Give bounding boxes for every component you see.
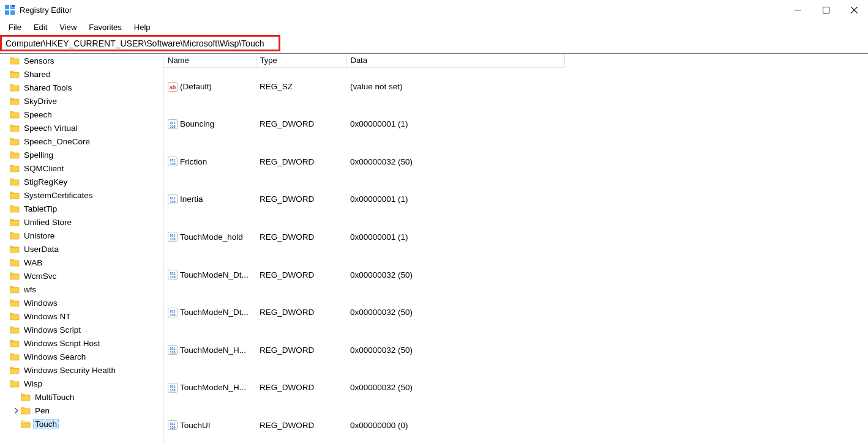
tree-item[interactable]: WcmSvc	[0, 269, 163, 283]
tree-item-label: Wisp	[22, 379, 44, 389]
cell-type: REG_DWORD	[256, 180, 346, 218]
tree-item[interactable]: SkyDrive	[0, 94, 163, 108]
close-icon	[851, 7, 858, 13]
tree-item[interactable]: Unistore	[0, 229, 163, 242]
tree-item-label: MultiTouch	[33, 392, 77, 402]
minimize-button[interactable]	[784, 0, 812, 20]
column-header-type[interactable]: Type	[256, 54, 346, 68]
value-name: (Default)	[180, 82, 212, 91]
tree-item[interactable]: Touch	[0, 417, 163, 431]
column-header-data[interactable]: Data	[346, 54, 564, 68]
binary-value-icon	[168, 308, 178, 317]
list-row[interactable]: TouchModeN_H...REG_DWORD0x00000032 (50)	[164, 369, 564, 407]
folder-icon	[10, 312, 20, 320]
folder-icon	[10, 231, 20, 240]
tree-item[interactable]: Unified Store	[0, 215, 163, 229]
tree-item[interactable]: Speech Virtual	[0, 121, 163, 135]
tree-item[interactable]: TabletTip	[0, 202, 163, 215]
tree-item[interactable]: Shared Tools	[0, 81, 163, 94]
menubar: File Edit View Favorites Help	[0, 20, 868, 34]
cell-type: REG_DWORD	[256, 369, 346, 407]
cell-name: TouchMode_hold	[164, 218, 256, 256]
menu-edit[interactable]: Edit	[28, 21, 53, 33]
folder-icon	[10, 70, 20, 78]
folder-icon	[10, 83, 20, 92]
list-row[interactable]: BouncingREG_DWORD0x00000001 (1)	[164, 105, 564, 143]
folder-icon	[10, 339, 20, 347]
tree-item[interactable]: UserData	[0, 242, 163, 256]
tree-item[interactable]: Windows Search	[0, 350, 163, 363]
chevron-right-icon[interactable]	[11, 408, 21, 413]
list-row[interactable]: InertiaREG_DWORD0x00000001 (1)	[164, 180, 564, 218]
tree-item[interactable]: Windows NT	[0, 309, 163, 323]
list-header: Name Type Data	[164, 54, 564, 68]
folder-icon	[21, 406, 31, 415]
window-title: Registry Editor	[20, 6, 72, 15]
maximize-button[interactable]	[812, 0, 840, 20]
tree-item-label: Windows Script Host	[22, 338, 102, 349]
tree-item-label: Sensors	[22, 56, 56, 66]
tree-item-label: Unified Store	[22, 217, 73, 228]
close-button[interactable]	[840, 0, 868, 20]
menu-view[interactable]: View	[53, 21, 83, 33]
menu-file[interactable]: File	[2, 21, 28, 33]
maximize-icon	[823, 7, 829, 13]
cell-name: Inertia	[164, 180, 256, 218]
list-row[interactable]: TouchModeN_H...REG_DWORD0x00000032 (50)	[164, 331, 564, 369]
tree-item[interactable]: Windows Script	[0, 323, 163, 336]
tree-item-label: Shared	[22, 69, 53, 80]
tree-item[interactable]: wfs	[0, 283, 163, 296]
tree-item-label: Windows Security Health	[22, 365, 118, 376]
tree-item[interactable]: Spelling	[0, 148, 163, 161]
cell-data: 0x00000000 (0)	[346, 406, 564, 444]
folder-icon	[10, 379, 20, 388]
binary-value-icon	[168, 345, 178, 355]
tree-item[interactable]: Sensors	[0, 54, 163, 67]
menu-favorites[interactable]: Favorites	[83, 21, 127, 33]
folder-icon	[10, 366, 20, 374]
value-name: Inertia	[180, 194, 203, 204]
menu-help[interactable]: Help	[128, 21, 157, 33]
list-row[interactable]: FrictionREG_DWORD0x00000032 (50)	[164, 143, 564, 181]
list-gap	[564, 54, 858, 67]
tree-item[interactable]: SystemCertificates	[0, 188, 163, 202]
list-pane[interactable]: Name Type Data (Default)REG_SZ(value not…	[164, 54, 868, 444]
tree-item[interactable]: Speech_OneCore	[0, 135, 163, 148]
tree-item[interactable]: MultiTouch	[0, 390, 163, 404]
address-input[interactable]	[2, 38, 279, 49]
tree-item[interactable]: Speech	[0, 108, 163, 121]
cell-name: (Default)	[164, 68, 256, 106]
tree-item-label: Windows NT	[22, 311, 73, 322]
list-row[interactable]: (Default)REG_SZ(value not set)	[164, 68, 564, 106]
tree-item[interactable]: Pen	[0, 404, 163, 417]
tree-item-label: Windows Search	[22, 352, 88, 362]
binary-value-icon	[168, 383, 178, 393]
list-row[interactable]: TouchUIREG_DWORD0x00000000 (0)	[164, 406, 564, 444]
tree-item-label: Touch	[33, 419, 59, 429]
tree-item[interactable]: Shared	[0, 67, 163, 81]
tree-item-label: StigRegKey	[22, 177, 69, 187]
folder-icon	[10, 272, 20, 280]
folder-icon	[10, 110, 20, 119]
list-row[interactable]: TouchModeN_Dt...REG_DWORD0x00000032 (50)	[164, 256, 564, 294]
tree-item[interactable]: WAB	[0, 256, 163, 269]
tree-pane[interactable]: SensorsSharedShared ToolsSkyDriveSpeechS…	[0, 54, 164, 444]
string-value-icon	[168, 82, 178, 92]
folder-icon	[10, 164, 20, 172]
tree-item[interactable]: Wisp	[0, 377, 163, 390]
tree-item[interactable]: SQMClient	[0, 161, 163, 175]
app-icon	[5, 5, 15, 15]
tree-item-label: TabletTip	[22, 204, 59, 214]
list-row[interactable]: TouchMode_holdREG_DWORD0x00000001 (1)	[164, 218, 564, 256]
tree-item-label: Spelling	[22, 150, 55, 160]
folder-icon	[10, 97, 20, 105]
address-bar-row	[0, 34, 868, 53]
tree-item[interactable]: Windows Script Host	[0, 336, 163, 350]
tree-item[interactable]: StigRegKey	[0, 175, 163, 188]
tree-item[interactable]: Windows Security Health	[0, 363, 163, 377]
cell-name: Friction	[164, 143, 256, 181]
tree-item[interactable]: Windows	[0, 296, 163, 309]
list-row[interactable]: TouchModeN_Dt...REG_DWORD0x00000032 (50)	[164, 294, 564, 331]
column-header-name[interactable]: Name	[164, 54, 256, 68]
folder-icon	[10, 285, 20, 294]
